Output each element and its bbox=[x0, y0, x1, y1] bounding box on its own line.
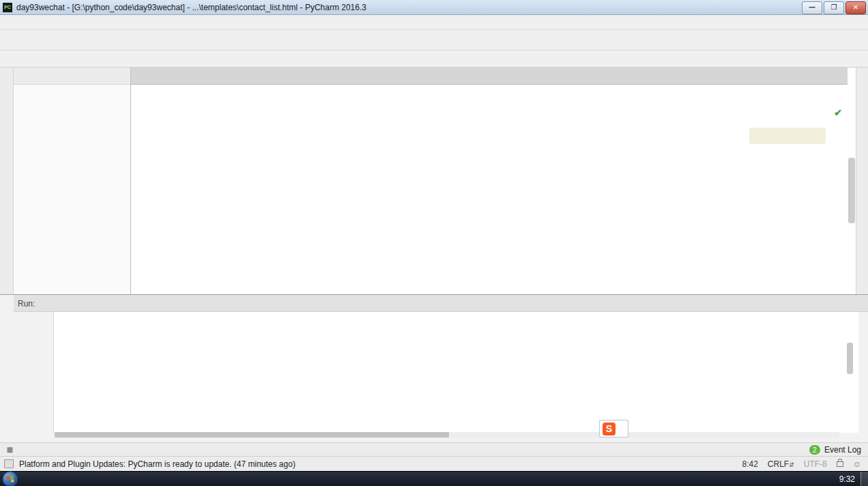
run-label: Run: bbox=[14, 299, 40, 311]
event-log-link[interactable]: Event Log bbox=[824, 445, 861, 455]
sogou-logo-icon[interactable]: S bbox=[603, 423, 616, 435]
main-toolbar bbox=[0, 30, 868, 51]
windows-taskbar: 9:32 bbox=[0, 471, 868, 486]
run-header: Run: bbox=[14, 295, 868, 312]
editor-scrollbar[interactable] bbox=[848, 158, 855, 223]
taskbar-clock[interactable]: 9:32 bbox=[839, 474, 855, 484]
sogou-ime-bar: S bbox=[599, 420, 628, 438]
tag-breadcrumb bbox=[131, 85, 848, 113]
run-tool-window: Run: bbox=[0, 294, 868, 442]
app-icon: PC bbox=[3, 3, 12, 12]
start-button[interactable] bbox=[2, 471, 18, 486]
restore-button[interactable]: ❐ bbox=[824, 1, 844, 14]
project-panel bbox=[14, 68, 131, 294]
console-vscrollbar[interactable] bbox=[847, 343, 853, 374]
project-panel-header bbox=[14, 68, 130, 85]
caret-position[interactable]: 8:42 bbox=[742, 459, 757, 469]
breadcrumb bbox=[0, 51, 868, 68]
pycharm-window: PC day93wechat - [G:\python_code\day93we… bbox=[0, 0, 868, 486]
menu-bar bbox=[0, 15, 868, 30]
run-console[interactable] bbox=[53, 312, 858, 433]
tool-window-switcher-icon[interactable]: ▦ bbox=[4, 444, 16, 455]
title-bar[interactable]: PC day93wechat - [G:\python_code\day93we… bbox=[0, 0, 868, 15]
close-button[interactable]: ✕ bbox=[845, 1, 866, 14]
status-message[interactable]: Platform and Plugin Updates: PyCharm is … bbox=[19, 459, 295, 469]
console-hscrollbar[interactable] bbox=[55, 432, 839, 438]
hector-icon[interactable]: ☺ bbox=[853, 459, 861, 469]
line-separator[interactable]: CRLF⇵ bbox=[768, 459, 794, 469]
browser-preview-bar bbox=[749, 128, 826, 144]
event-log-badge: 2 bbox=[809, 445, 820, 455]
status-bar: Platform and Plugin Updates: PyCharm is … bbox=[0, 456, 868, 471]
minimize-button[interactable]: — bbox=[802, 1, 822, 14]
project-tree bbox=[14, 85, 130, 87]
window-title: day93wechat - [G:\python_code\day93wecha… bbox=[16, 3, 366, 12]
tool-window-bar: ▦ 2 Event Log bbox=[0, 442, 868, 456]
lock-icon[interactable] bbox=[837, 461, 843, 467]
show-desktop-button[interactable] bbox=[860, 472, 868, 486]
editor-area: ✔ bbox=[131, 68, 848, 294]
encoding[interactable]: UTF-8 bbox=[804, 459, 827, 469]
inspection-ok-icon[interactable]: ✔ bbox=[834, 107, 842, 118]
status-icon[interactable] bbox=[4, 459, 14, 468]
editor-tabs bbox=[131, 68, 848, 85]
